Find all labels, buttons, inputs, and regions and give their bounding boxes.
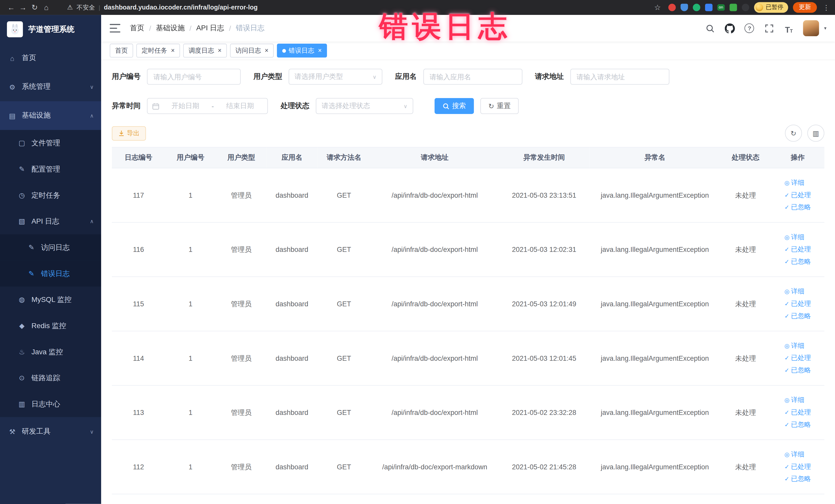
refresh-icon: ↻ bbox=[488, 102, 494, 110]
search-icon[interactable] bbox=[705, 23, 715, 33]
reset-button[interactable]: ↻ 重置 bbox=[480, 98, 518, 114]
ignored-link[interactable]: ✓已忽略 bbox=[785, 475, 811, 483]
home-icon[interactable]: ⌂ bbox=[41, 2, 53, 13]
breadcrumb-item[interactable]: 首页 bbox=[130, 23, 144, 33]
sidebar-item-redis[interactable]: ◆Redis 监控 bbox=[0, 313, 101, 339]
tab-home[interactable]: 首页 bbox=[109, 44, 133, 58]
ignored-link[interactable]: ✓已忽略 bbox=[785, 420, 811, 429]
tab-job[interactable]: 定时任务× bbox=[136, 44, 180, 58]
breadcrumb-item[interactable]: API 日志 bbox=[196, 23, 224, 33]
chevron-down-icon[interactable]: ▾ bbox=[824, 26, 826, 31]
font-size-icon[interactable]: TT bbox=[784, 23, 794, 33]
ignored-link[interactable]: ✓已忽略 bbox=[785, 203, 811, 212]
sidebar-item-log-center[interactable]: ▥日志中心 bbox=[0, 391, 101, 417]
eye-icon: ◎ bbox=[785, 397, 790, 404]
close-icon[interactable]: × bbox=[318, 47, 322, 54]
table-cell: 1 bbox=[165, 331, 216, 385]
detail-link[interactable]: ◎详细 bbox=[785, 396, 805, 405]
exception-time-range-picker[interactable]: 开始日期 - 结束日期 bbox=[147, 98, 268, 114]
extension-icon-6[interactable] bbox=[730, 4, 737, 11]
paused-badge[interactable]: 已暂停 bbox=[754, 2, 788, 13]
sidebar-item-mysql[interactable]: ◍MySQL 监控 bbox=[0, 286, 101, 313]
export-button[interactable]: 导出 bbox=[112, 126, 146, 140]
sidebar-item-job[interactable]: ◷定时任务 bbox=[0, 182, 101, 208]
detail-link[interactable]: ◎详细 bbox=[785, 287, 805, 296]
tab-job-log[interactable]: 调度日志× bbox=[183, 44, 227, 58]
processed-link[interactable]: ✓已处理 bbox=[785, 462, 811, 471]
sidebar-item-home[interactable]: ⌂首页 bbox=[0, 44, 101, 73]
github-icon[interactable] bbox=[725, 23, 735, 33]
forward-icon[interactable]: → bbox=[17, 2, 29, 13]
sidebar-item-label: 配置管理 bbox=[31, 164, 60, 174]
filter-form: 用户编号 用户类型 请选择用户类型 ∨ 应用名 bbox=[112, 69, 824, 114]
app-name-input[interactable] bbox=[423, 69, 522, 85]
processed-link[interactable]: ✓已处理 bbox=[785, 299, 811, 308]
log-center-icon: ▥ bbox=[17, 400, 26, 408]
sidebar-item-file[interactable]: ▢文件管理 bbox=[0, 130, 101, 156]
chevron-down-icon: ∨ bbox=[90, 428, 94, 435]
process-status-select[interactable]: 请选择处理状态 ∨ bbox=[316, 98, 413, 114]
extension-on-badge[interactable]: on bbox=[717, 4, 725, 11]
security-label[interactable]: 不安全 bbox=[77, 3, 95, 11]
ignored-link[interactable]: ✓已忽略 bbox=[785, 366, 811, 375]
detail-link[interactable]: ◎详细 bbox=[785, 341, 805, 350]
detail-link[interactable]: ◎详细 bbox=[785, 233, 805, 242]
sidebar-item-trace[interactable]: ⊙链路追踪 bbox=[0, 365, 101, 391]
sidebar-item-infra[interactable]: ▤基础设施∧ bbox=[0, 101, 101, 130]
extension-icon-3[interactable] bbox=[693, 4, 700, 11]
sidebar-item-api-log[interactable]: ▧API 日志∧ bbox=[0, 208, 101, 235]
column-settings-button[interactable]: ▥ bbox=[807, 124, 824, 141]
extension-icon-2[interactable] bbox=[680, 4, 688, 11]
processed-link[interactable]: ✓已处理 bbox=[785, 245, 811, 254]
tab-error-log[interactable]: 错误日志× bbox=[277, 44, 327, 58]
avatar[interactable] bbox=[803, 20, 819, 36]
sidebar-toggle-icon[interactable] bbox=[109, 24, 120, 32]
detail-link[interactable]: ◎详细 bbox=[785, 450, 805, 459]
table-cell: 115 bbox=[112, 277, 165, 331]
back-icon[interactable]: ← bbox=[5, 2, 17, 13]
refresh-table-button[interactable]: ↻ bbox=[785, 124, 802, 141]
sidebar-item-system[interactable]: ⚙系统管理∨ bbox=[0, 73, 101, 101]
ignored-link[interactable]: ✓已忽略 bbox=[785, 257, 811, 266]
breadcrumb-item[interactable]: 基础设施 bbox=[156, 23, 185, 33]
column-header: 应用名 bbox=[267, 147, 318, 168]
sidebar-item-error-log[interactable]: ✎错误日志 bbox=[0, 260, 101, 286]
address-separator: | bbox=[99, 4, 100, 11]
ignored-link[interactable]: ✓已忽略 bbox=[785, 312, 811, 321]
help-icon[interactable]: ? bbox=[744, 23, 755, 33]
processed-link[interactable]: ✓已处理 bbox=[785, 354, 811, 363]
extension-icon-7[interactable] bbox=[742, 4, 749, 11]
update-button[interactable]: 更新 bbox=[793, 2, 817, 13]
extension-icon-1[interactable] bbox=[668, 4, 676, 11]
table-cell: java.lang.IllegalArgumentException bbox=[590, 222, 720, 277]
table-cell: 117 bbox=[112, 168, 165, 223]
table-row: 1141管理员dashboardGET/api/infra/db-doc/exp… bbox=[112, 331, 824, 385]
processed-link[interactable]: ✓已处理 bbox=[785, 191, 811, 200]
sidebar-item-java[interactable]: ♨Java 监控 bbox=[0, 339, 101, 365]
user-id-input[interactable] bbox=[147, 69, 241, 85]
close-icon[interactable]: × bbox=[218, 47, 222, 54]
bookmark-star-icon[interactable]: ☆ bbox=[652, 2, 664, 13]
detail-link[interactable]: ◎详细 bbox=[785, 178, 805, 187]
address-bar[interactable]: ⚠ 不安全 | dashboard.yudao.iocoder.cn/infra… bbox=[67, 3, 258, 11]
extension-icon-4[interactable] bbox=[705, 4, 712, 11]
logo[interactable]: 芋道管理系统 bbox=[0, 15, 101, 44]
redis-icon: ◆ bbox=[17, 322, 26, 330]
browser-menu-icon[interactable]: ⋮ bbox=[823, 3, 830, 11]
sidebar-item-access-log[interactable]: ✎访问日志 bbox=[0, 235, 101, 261]
tab-access-log[interactable]: 访问日志× bbox=[230, 44, 273, 58]
close-icon[interactable]: × bbox=[171, 47, 175, 54]
user-type-select[interactable]: 请选择用户类型 ∨ bbox=[288, 69, 382, 85]
refresh-icon[interactable]: ↻ bbox=[29, 2, 41, 13]
column-header: 处理状态 bbox=[720, 147, 771, 168]
search-button[interactable]: 搜索 bbox=[434, 98, 474, 114]
sidebar-item-config[interactable]: ✎配置管理 bbox=[0, 156, 101, 182]
sidebar-item-label: 基础设施 bbox=[22, 111, 50, 120]
fullscreen-icon[interactable] bbox=[764, 23, 774, 33]
sidebar-item-dev-tools[interactable]: ⚒研发工具∨ bbox=[0, 417, 101, 446]
url-text[interactable]: dashboard.yudao.iocoder.cn/infra/log/api… bbox=[104, 4, 258, 11]
close-icon[interactable]: × bbox=[265, 47, 268, 54]
processed-link[interactable]: ✓已处理 bbox=[785, 408, 811, 417]
request-url-input[interactable] bbox=[570, 69, 669, 85]
table-cell-actions: ◎详细✓已处理✓已忽略 bbox=[771, 440, 824, 494]
